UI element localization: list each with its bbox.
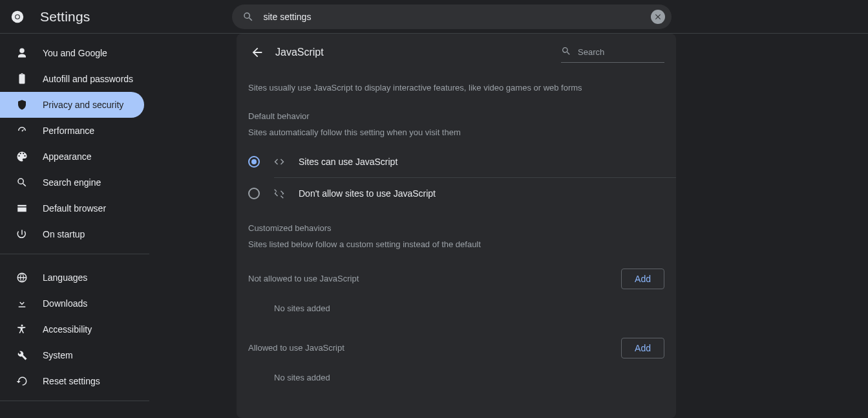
top-app-bar: Settings — [0, 0, 868, 34]
code-off-icon — [273, 187, 286, 200]
sidebar-scroll[interactable]: You and GoogleAutofill and passwordsPriv… — [0, 34, 149, 418]
sidebar-item-extensions[interactable]: Extensions — [0, 412, 144, 418]
not-allowed-label: Not allowed to use JavaScript — [248, 274, 359, 283]
sidebar-item-label: Languages — [43, 272, 87, 283]
search-icon — [561, 46, 571, 58]
sidebar-item-privacy-and-security[interactable]: Privacy and security — [0, 92, 144, 118]
browser-icon — [16, 202, 28, 215]
sidebar-item-languages[interactable]: Languages — [0, 265, 144, 291]
allowed-header: Allowed to use JavaScript Add — [237, 327, 676, 364]
speed-icon — [16, 124, 28, 137]
site-search-field[interactable] — [561, 42, 664, 63]
default-behavior-option[interactable]: Sites can use JavaScript — [237, 146, 676, 177]
globe-icon — [16, 271, 28, 284]
sidebar-item-autofill-and-passwords[interactable]: Autofill and passwords — [0, 66, 144, 92]
add-allowed-button[interactable]: Add — [621, 338, 664, 358]
sidebar-item-label: System — [43, 350, 73, 360]
search-icon — [16, 176, 28, 189]
download-icon — [16, 297, 28, 310]
restore-icon — [16, 375, 28, 388]
settings-panel: JavaScript Sites usually use JavaScript … — [237, 34, 676, 418]
sidebar-item-you-and-google[interactable]: You and Google — [0, 40, 144, 66]
page-description: Sites usually use JavaScript to display … — [237, 71, 676, 111]
sidebar-item-search-engine[interactable]: Search engine — [0, 170, 144, 195]
sidebar-item-label: Privacy and security — [43, 100, 123, 110]
sidebar-item-accessibility[interactable]: Accessibility — [0, 316, 144, 342]
app-title: Settings — [40, 9, 90, 25]
page-subheader: JavaScript — [237, 34, 676, 71]
back-button[interactable] — [248, 43, 266, 61]
search-icon — [242, 11, 254, 23]
power-icon — [16, 228, 28, 241]
sidebar-item-label: On startup — [43, 229, 85, 239]
sidebar-item-performance[interactable]: Performance — [0, 118, 144, 144]
clipboard-icon — [16, 72, 28, 85]
sidebar-divider — [0, 254, 149, 254]
sidebar-item-reset-settings[interactable]: Reset settings — [0, 368, 144, 394]
sidebar-item-on-startup[interactable]: On startup — [0, 221, 144, 247]
add-not-allowed-button[interactable]: Add — [621, 269, 664, 289]
custom-behaviors-subtitle: Sites listed below follow a custom setti… — [237, 239, 676, 258]
page-title: JavaScript — [275, 47, 324, 58]
palette-icon — [16, 150, 28, 163]
radio-button[interactable] — [248, 156, 260, 168]
allowed-empty: No sites added — [237, 364, 676, 397]
radio-button[interactable] — [248, 188, 260, 199]
person-icon — [16, 47, 28, 60]
sidebar-divider — [0, 401, 149, 401]
sidebar-item-label: Appearance — [43, 151, 92, 162]
default-behavior-option[interactable]: Don't allow sites to use JavaScript — [237, 178, 676, 209]
sidebar-item-label: Performance — [43, 126, 94, 136]
shield-icon — [16, 98, 28, 111]
sidebar-item-label: Search engine — [43, 177, 101, 188]
a11y-icon — [16, 323, 28, 336]
sidebar-item-label: You and Google — [43, 48, 107, 58]
settings-search-input[interactable] — [263, 12, 651, 22]
sidebar-item-label: Autofill and passwords — [43, 74, 133, 84]
chrome-logo-icon — [10, 10, 25, 24]
sidebar-item-label: Downloads — [43, 298, 87, 309]
site-search-input[interactable] — [578, 47, 655, 57]
default-behavior-heading: Default behavior — [237, 111, 676, 127]
code-icon — [273, 155, 286, 168]
content-area: JavaScript Sites usually use JavaScript … — [150, 34, 868, 418]
sidebar-item-downloads[interactable]: Downloads — [0, 291, 144, 316]
wrench-icon — [16, 349, 28, 362]
sidebar-item-label: Default browser — [43, 203, 106, 214]
radio-label: Don't allow sites to use JavaScript — [299, 188, 436, 199]
sidebar-item-label: Reset settings — [43, 376, 100, 386]
radio-label: Sites can use JavaScript — [299, 157, 397, 167]
allowed-label: Allowed to use JavaScript — [248, 343, 344, 353]
sidebar-item-system[interactable]: System — [0, 342, 144, 368]
svg-point-2 — [16, 15, 19, 19]
custom-behaviors-heading: Customized behaviors — [237, 223, 676, 239]
settings-sidebar: You and GoogleAutofill and passwordsPriv… — [0, 34, 150, 418]
sidebar-item-default-browser[interactable]: Default browser — [0, 195, 144, 221]
not-allowed-header: Not allowed to use JavaScript Add — [237, 258, 676, 294]
sidebar-item-appearance[interactable]: Appearance — [0, 144, 144, 170]
clear-search-button[interactable] — [651, 10, 665, 24]
not-allowed-empty: No sites added — [237, 294, 676, 327]
settings-search-bar[interactable] — [232, 5, 672, 29]
default-behavior-subtitle: Sites automatically follow this setting … — [237, 127, 676, 146]
sidebar-item-label: Accessibility — [43, 324, 92, 335]
